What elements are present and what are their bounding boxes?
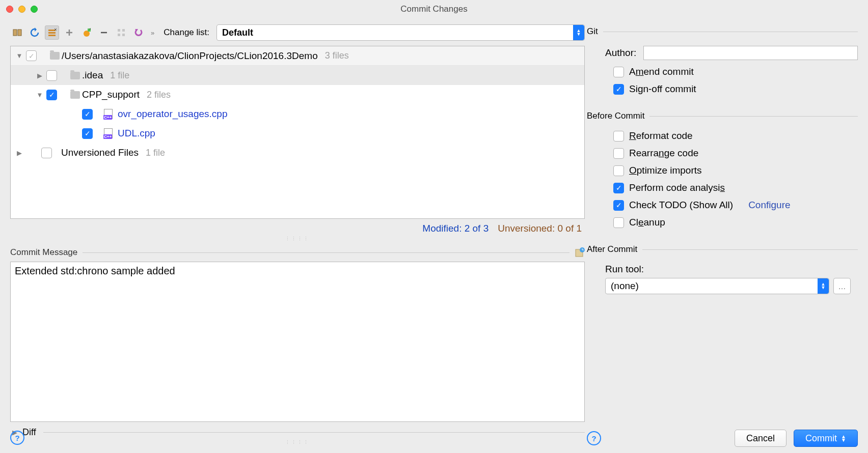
checkbox[interactable]: ✓ — [82, 128, 93, 139]
remove-icon[interactable] — [97, 25, 111, 40]
maximize-window-icon[interactable] — [31, 6, 38, 13]
changes-tree: ▼ /Users/anastasiakazakova/ClionProjects… — [10, 46, 585, 219]
tree-file-row[interactable]: ✓ C++ UDL.cpp — [11, 124, 584, 143]
checkbox[interactable]: ✓ — [46, 90, 57, 100]
run-tool-more-button[interactable]: … — [833, 278, 851, 294]
run-tool-label: Run tool: — [587, 261, 858, 278]
status-modified: Modified: 2 of 3 — [422, 223, 489, 234]
changelist-label: Change list: — [164, 27, 209, 38]
folder-icon — [70, 91, 80, 99]
move-to-changelist-icon[interactable] — [79, 25, 94, 40]
after-commit-title: After Commit — [587, 242, 858, 261]
close-window-icon[interactable] — [6, 6, 13, 13]
before-commit-title: Before Commit — [587, 109, 858, 127]
todo-label: Check TODO (Show All) — [629, 200, 733, 211]
signoff-commit-row[interactable]: ✓ Sign-off commit — [587, 80, 858, 98]
cleanup-row[interactable]: Cleanup — [587, 214, 858, 231]
svg-rect-3 — [48, 32, 56, 34]
svg-rect-15 — [122, 34, 125, 36]
author-label: Author: — [605, 47, 636, 59]
cpp-file-icon: C++ — [104, 109, 113, 119]
checkbox[interactable] — [41, 148, 52, 158]
disclosure-triangle-icon[interactable]: ▼ — [35, 91, 44, 99]
disclosure-triangle-icon[interactable]: ▶ — [15, 149, 24, 157]
svg-rect-0 — [13, 30, 17, 36]
disclosure-triangle-icon[interactable]: ▼ — [15, 52, 24, 60]
resize-handle[interactable]: ⋮⋮⋮⋮ — [10, 234, 585, 243]
minimize-window-icon[interactable] — [18, 6, 25, 13]
checkbox[interactable] — [613, 131, 624, 141]
tree-folder-cpp[interactable]: ▼ ✓ CPP_support 2 files — [11, 85, 584, 104]
author-row: Author: — [587, 43, 858, 63]
git-section-title: Git — [587, 24, 858, 43]
commit-message-header: Commit Message — [10, 243, 585, 262]
help-icon[interactable]: ? — [10, 431, 24, 445]
dialog-footer: ? Cancel Commit ▲▼ — [587, 421, 858, 447]
after-title-text: After Commit — [587, 244, 637, 254]
run-tool-value: (none) — [611, 280, 639, 292]
changelist-select[interactable]: Default ▲▼ — [216, 24, 585, 41]
folder-icon — [70, 72, 80, 79]
unversioned-count: 1 file — [146, 148, 165, 158]
author-input[interactable] — [643, 46, 858, 60]
rearrange-row[interactable]: Rearrange code — [587, 145, 858, 162]
checkbox[interactable] — [613, 165, 624, 176]
file-name: UDL.cpp — [118, 128, 155, 139]
analysis-row[interactable]: ✓ Perform code analysis — [587, 179, 858, 196]
amend-label: Amend commit — [629, 66, 694, 77]
svg-rect-14 — [122, 29, 125, 32]
optimize-row[interactable]: Optimize imports — [587, 162, 858, 179]
show-diff-icon[interactable] — [10, 25, 24, 40]
checkbox[interactable]: ✓ — [613, 84, 624, 95]
before-title-text: Before Commit — [587, 111, 644, 121]
checkbox[interactable]: ✓ — [613, 200, 624, 211]
tree-file-row[interactable]: ✓ C++ ovr_operator_usages.cpp — [11, 104, 584, 124]
configure-link[interactable]: Configure — [748, 200, 790, 211]
folder-icon — [50, 52, 60, 60]
tree-root-count: 3 files — [325, 50, 349, 61]
message-history-icon[interactable] — [575, 247, 585, 258]
refresh-icon[interactable] — [28, 25, 42, 40]
more-actions-icon[interactable]: » — [151, 29, 154, 37]
checkbox[interactable] — [26, 50, 37, 61]
select-arrows-icon: ▲▼ — [818, 278, 829, 294]
titlebar: Commit Changes — [0, 0, 868, 18]
reformat-label: Reformat code — [629, 130, 693, 141]
resize-handle[interactable]: ⋮⋮⋮⋮ — [10, 438, 585, 447]
commit-message-input[interactable] — [10, 262, 585, 422]
checkbox[interactable]: ✓ — [82, 109, 93, 120]
optimize-label: Optimize imports — [629, 165, 702, 176]
checkbox[interactable] — [46, 70, 57, 81]
expand-all-icon[interactable] — [114, 25, 128, 40]
cancel-button[interactable]: Cancel — [735, 430, 786, 447]
file-name: ovr_operator_usages.cpp — [118, 108, 227, 120]
svg-rect-13 — [118, 34, 120, 36]
status-line: Modified: 2 of 3 Unversioned: 0 of 1 — [10, 219, 585, 234]
diff-section[interactable]: ▶ Diff — [10, 422, 585, 438]
help-icon[interactable]: ? — [587, 431, 601, 445]
tree-folder-idea[interactable]: ▶ .idea 1 file — [11, 66, 584, 85]
todo-row[interactable]: ✓ Check TODO (Show All) Configure — [587, 196, 858, 214]
tree-root-row[interactable]: ▼ /Users/anastasiakazakova/ClionProjects… — [11, 46, 584, 66]
folder-name: CPP_support — [82, 89, 140, 100]
checkbox[interactable] — [613, 217, 624, 228]
analysis-label: Perform code analysis — [629, 182, 725, 193]
select-arrows-icon: ▲▼ — [573, 25, 584, 40]
status-unversioned: Unversioned: 0 of 1 — [498, 223, 582, 234]
window-title: Commit Changes — [400, 4, 467, 14]
add-icon[interactable] — [62, 25, 76, 40]
revert-icon[interactable] — [131, 25, 146, 40]
tree-unversioned-row[interactable]: ▶ Unversioned Files 1 file — [11, 143, 584, 162]
commit-button[interactable]: Commit ▲▼ — [794, 430, 858, 447]
svg-rect-4 — [48, 35, 56, 36]
run-tool-select[interactable]: (none) ▲▼ — [605, 278, 829, 294]
disclosure-triangle-icon[interactable]: ▶ — [35, 72, 44, 79]
checkbox[interactable] — [613, 67, 624, 77]
group-by-directory-icon[interactable] — [45, 25, 59, 40]
amend-commit-row[interactable]: Amend commit — [587, 63, 858, 80]
reformat-row[interactable]: Reformat code — [587, 127, 858, 145]
tree-root-path: /Users/anastasiakazakova/ClionProjects/C… — [62, 50, 318, 62]
svg-rect-12 — [118, 29, 120, 32]
checkbox[interactable]: ✓ — [613, 183, 624, 193]
checkbox[interactable] — [613, 148, 624, 159]
